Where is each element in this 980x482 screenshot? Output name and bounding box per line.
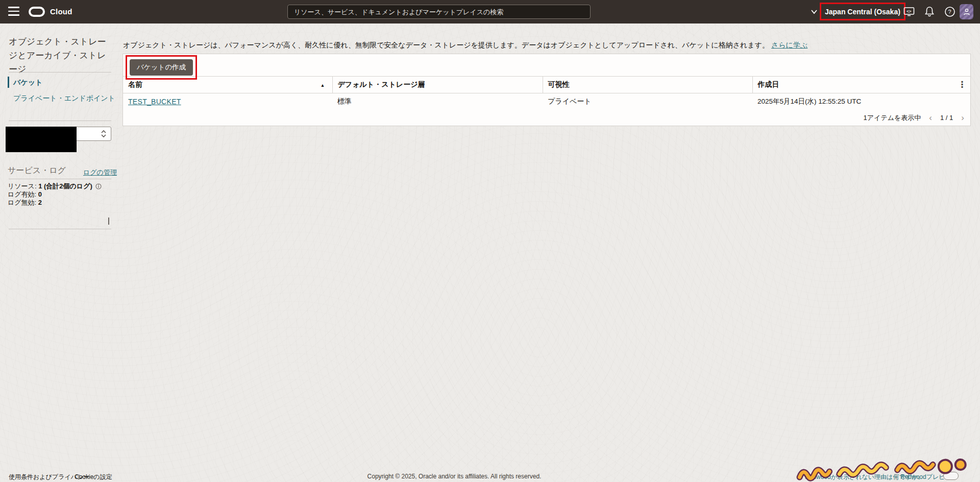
notifications-bell-icon[interactable] bbox=[923, 5, 936, 18]
items-shown-label: 1アイテムを表示中 bbox=[864, 113, 921, 123]
info-icon[interactable] bbox=[95, 183, 102, 189]
sidebar-item-private-endpoints[interactable]: プライベート・エンドポイント bbox=[13, 94, 115, 103]
annotation-highlight-create: バケットの作成 bbox=[126, 55, 197, 80]
learn-more-link[interactable]: さらに学ぶ bbox=[771, 41, 807, 49]
cell-visibility: プライベート bbox=[543, 93, 752, 110]
column-label: 可視性 bbox=[548, 80, 570, 88]
stat-label: ログ有効: bbox=[8, 190, 38, 198]
select-stepper-icon bbox=[101, 130, 107, 138]
region-selector[interactable]: Japan Central (Osaka) bbox=[820, 3, 905, 20]
manage-logs-link[interactable]: ログの管理 bbox=[83, 168, 117, 177]
sidebar-divider bbox=[9, 72, 111, 73]
column-label: 作成日 bbox=[758, 80, 779, 88]
column-header-created[interactable]: 作成日 bbox=[752, 77, 970, 93]
redwood-preview-toggle[interactable] bbox=[943, 472, 959, 480]
page-description: オブジェクト・ストレージは、パフォーマンスが高く、耐久性に優れ、無制限で安全なデ… bbox=[123, 41, 838, 50]
oracle-logo-icon[interactable] bbox=[29, 7, 45, 17]
column-header-visibility[interactable]: 可視性 bbox=[543, 77, 752, 93]
log-stat-disabled: ログ無効: 2 bbox=[8, 198, 42, 207]
stat-label: リソース: bbox=[8, 182, 38, 190]
table-header-row: 名前 ▲ デフォルト・ストレージ層 可視性 作成日 bbox=[123, 77, 970, 93]
profile-avatar[interactable] bbox=[960, 4, 973, 19]
region-label: Japan Central (Osaka) bbox=[825, 8, 900, 16]
table-pagination: 1アイテムを表示中 ‹ 1 / 1 › bbox=[123, 110, 970, 126]
page-footer: 使用条件およびプライバシー Cookieの設定 Copyright © 2025… bbox=[0, 470, 980, 482]
sort-asc-icon[interactable]: ▲ bbox=[321, 83, 325, 88]
stat-value: 2 bbox=[38, 199, 42, 206]
service-log-heading: サービス・ログ bbox=[8, 165, 66, 176]
copyright-text: Copyright © 2025, Oracle and/or its affi… bbox=[368, 473, 542, 480]
create-bucket-button[interactable]: バケットの作成 bbox=[130, 59, 193, 76]
chevron-down-icon[interactable] bbox=[811, 9, 818, 14]
sidebar-item-buckets[interactable]: バケット bbox=[13, 78, 42, 87]
stat-label: ログ無効: bbox=[8, 199, 38, 206]
redacted-compartment-name bbox=[6, 127, 77, 152]
sidebar-title: オブジェクト・ストレージとアーカイブ・ストレージ bbox=[9, 35, 114, 76]
stat-value: 0 bbox=[38, 190, 42, 198]
sidebar-divider bbox=[9, 179, 111, 179]
cell-storage-tier: 標準 bbox=[332, 93, 543, 110]
svg-text:<>: <> bbox=[906, 9, 912, 14]
sidebar-divider bbox=[9, 229, 111, 229]
page-indicator: 1 / 1 bbox=[940, 114, 953, 122]
cookie-settings-link[interactable]: Cookieの設定 bbox=[75, 473, 112, 481]
footer-separator: | bbox=[895, 473, 897, 480]
buckets-panel: バケットの作成 名前 ▲ デフォルト・ストレージ層 可視性 作成日 bbox=[122, 54, 971, 126]
top-header-bar: Cloud Japan Central (Osaka) <> ? bbox=[0, 0, 980, 23]
row-actions-kebab-icon[interactable]: ⋮ bbox=[957, 79, 967, 91]
cloud-shell-icon[interactable]: <> bbox=[902, 5, 916, 18]
column-label: 名前 bbox=[128, 80, 142, 88]
bucket-name-link[interactable]: TEST_BUCKET bbox=[128, 98, 181, 106]
stat-value: 1 (合計2個のログ) bbox=[38, 182, 92, 190]
selected-nav-indicator bbox=[8, 77, 9, 88]
cell-created-date: 2025年5月14日(水) 12:55:25 UTC bbox=[752, 93, 970, 110]
sidebar-divider bbox=[9, 120, 111, 121]
page-prev-icon[interactable]: ‹ bbox=[928, 113, 933, 122]
description-text: オブジェクト・ストレージは、パフォーマンスが高く、耐久性に優れ、無制限で安全なデ… bbox=[123, 41, 769, 49]
svg-text:?: ? bbox=[948, 9, 951, 15]
sidebar-scroll-tick bbox=[108, 218, 109, 225]
brand-label: Cloud bbox=[50, 7, 72, 16]
buckets-table: 名前 ▲ デフォルト・ストレージ層 可視性 作成日 TEST_BUCKET 標準… bbox=[123, 76, 970, 110]
table-row: TEST_BUCKET 標準 プライベート 2025年5月14日(水) 12:5… bbox=[123, 93, 970, 110]
help-icon[interactable]: ? bbox=[943, 5, 957, 18]
hamburger-menu-icon[interactable] bbox=[8, 7, 20, 17]
page-next-icon[interactable]: › bbox=[960, 113, 965, 122]
global-search-input[interactable] bbox=[287, 5, 591, 19]
column-header-storage-tier[interactable]: デフォルト・ストレージ層 bbox=[332, 77, 543, 93]
column-label: デフォルト・ストレージ層 bbox=[338, 80, 425, 88]
